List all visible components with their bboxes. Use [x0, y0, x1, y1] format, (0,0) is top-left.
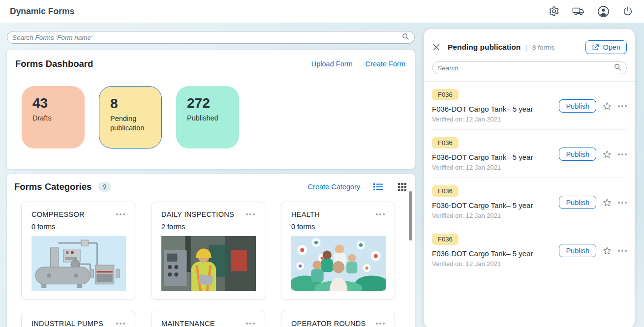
category-tile-health[interactable]: HEALTH 0 forms — [281, 202, 395, 300]
panel-search-input[interactable] — [437, 64, 614, 72]
publish-button[interactable]: Publish — [559, 244, 596, 257]
stat-label: Published — [187, 114, 232, 123]
create-category-link[interactable]: Create Category — [308, 183, 360, 191]
category-title: COMPRESSOR — [31, 210, 85, 218]
create-form-link[interactable]: Create Form — [366, 60, 405, 68]
close-panel-icon[interactable] — [432, 43, 441, 52]
open-button[interactable]: Open — [585, 40, 627, 54]
account-icon[interactable] — [597, 5, 610, 18]
grid-view-icon[interactable] — [397, 182, 407, 192]
category-tile-maintenance[interactable]: MAINTENANCE — [151, 311, 265, 327]
overflow-menu-icon[interactable] — [376, 321, 385, 327]
logout-power-icon[interactable] — [621, 5, 634, 18]
overflow-menu-icon[interactable] — [116, 321, 125, 327]
main-scrollbar-thumb[interactable] — [409, 191, 412, 240]
form-title: F036-DOT Cargo Tank– 5 year — [432, 201, 555, 209]
publish-button[interactable]: Publish — [559, 148, 596, 161]
category-tile-operator-rounds[interactable]: OPERATOR ROUNDS — [281, 311, 395, 327]
list-view-icon[interactable] — [373, 182, 384, 192]
global-search-input[interactable] — [12, 34, 402, 41]
category-form-count: 0 forms — [291, 223, 385, 231]
publish-button[interactable]: Publish — [559, 99, 596, 113]
category-title: INDUSTRIAL PUMPS — [31, 320, 103, 327]
categories-count-badge: 9 — [98, 182, 111, 192]
compressor-image — [31, 236, 126, 291]
overflow-menu-icon[interactable] — [618, 103, 627, 109]
form-code-badge: F036 — [432, 234, 459, 245]
app-title: Dynamic Forms — [10, 6, 74, 17]
publish-button[interactable]: Publish — [559, 196, 596, 209]
panel-title: Pending publication — [448, 43, 521, 52]
overflow-menu-icon[interactable] — [618, 151, 627, 157]
category-title: DAILY INSPECTIONS — [161, 210, 234, 218]
category-title: MAINTENANCE — [161, 320, 215, 327]
stat-tile-pending-publication[interactable]: 8 Pending publication — [99, 86, 162, 149]
search-icon[interactable] — [402, 33, 409, 42]
category-tile-compressor[interactable]: COMPRESSOR 0 forms — [21, 202, 135, 300]
stat-value: 43 — [32, 95, 78, 111]
app-header: Dynamic Forms — [0, 0, 644, 23]
category-tile-industrial-pumps[interactable]: INDUSTRIAL PUMPS — [21, 311, 135, 327]
category-form-count: 0 forms — [31, 223, 125, 231]
form-code-badge: F036 — [432, 137, 459, 149]
stat-tile-drafts[interactable]: 43 Drafts — [22, 86, 85, 149]
form-list-item: F036 F036-DOT Cargo Tank– 5 year Verifie… — [432, 82, 627, 130]
forms-dashboard-card: Forms Dashboard Upload Form Create Form … — [7, 50, 415, 169]
categories-grid: COMPRESSOR 0 forms — [21, 202, 410, 327]
pending-forms-list: F036 F036-DOT Cargo Tank– 5 year Verifie… — [432, 82, 627, 274]
overflow-menu-icon[interactable] — [618, 200, 627, 206]
favorite-star-icon[interactable] — [602, 149, 613, 160]
healthcare-illustration-image — [291, 236, 386, 291]
panel-title-separator: | — [525, 43, 527, 52]
favorite-star-icon[interactable] — [602, 101, 613, 112]
stat-label: Drafts — [32, 114, 78, 123]
page-background: Forms Dashboard Upload Form Create Form … — [0, 23, 644, 327]
overflow-menu-icon[interactable] — [246, 211, 255, 217]
settings-icon[interactable] — [548, 5, 560, 18]
stat-label: Pending publication — [110, 114, 154, 133]
favorite-star-icon[interactable] — [602, 197, 613, 208]
search-icon[interactable] — [614, 63, 621, 73]
inspector-photo-image — [161, 236, 256, 291]
form-verified-date: Verified on: 12 Jan 2021 — [432, 116, 555, 123]
form-verified-date: Verified on: 12 Jan 2021 — [432, 212, 555, 219]
open-external-icon — [592, 44, 599, 51]
form-verified-date: Verified on: 12 Jan 2021 — [432, 260, 555, 268]
pending-publication-panel: Pending publication | 8 forms Open — [424, 29, 635, 327]
panel-search — [432, 61, 627, 74]
form-list-item: F036 F036-DOT Cargo Tank– 5 year Verifie… — [432, 130, 627, 178]
header-actions — [548, 5, 634, 18]
form-title: F036-DOT Cargo Tank– 5 year — [432, 105, 555, 113]
stat-value: 272 — [187, 95, 232, 111]
stat-value: 8 — [110, 96, 154, 112]
form-list-item: F036 F036-DOT Cargo Tank– 5 year Verifie… — [432, 226, 627, 274]
overflow-menu-icon[interactable] — [618, 248, 627, 254]
overflow-menu-icon[interactable] — [246, 321, 255, 327]
panel-forms-count: 8 forms — [532, 44, 554, 51]
open-button-label: Open — [603, 43, 620, 51]
stats-row: 43 Drafts 8 Pending publication 272 Publ… — [22, 86, 406, 149]
upload-form-link[interactable]: Upload Form — [311, 60, 353, 68]
categories-title: Forms Categories — [14, 181, 92, 192]
form-code-badge: F036 — [432, 89, 459, 100]
form-title: F036-DOT Cargo Tank– 5 year — [432, 249, 555, 258]
category-form-count: 2 forms — [161, 223, 255, 231]
overflow-menu-icon[interactable] — [376, 211, 385, 217]
form-code-badge: F036 — [432, 185, 459, 197]
global-search — [7, 31, 415, 44]
form-list-item: F036 F036-DOT Cargo Tank– 5 year Verifie… — [432, 178, 627, 226]
main-column: Forms Dashboard Upload Form Create Form … — [7, 31, 415, 327]
overflow-menu-icon[interactable] — [116, 211, 125, 217]
dashboard-title: Forms Dashboard — [15, 59, 93, 69]
transport-truck-icon[interactable] — [572, 5, 585, 18]
form-verified-date: Verified on: 12 Jan 2021 — [432, 164, 555, 171]
stat-tile-published[interactable]: 272 Published — [176, 86, 239, 149]
form-title: F036-DOT Cargo Tank– 5 year — [432, 153, 555, 161]
category-title: HEALTH — [291, 210, 320, 218]
category-tile-daily-inspections[interactable]: DAILY INSPECTIONS 2 forms — [151, 202, 265, 300]
forms-categories-card: Forms Categories 9 Create Category — [7, 174, 415, 327]
category-title: OPERATOR ROUNDS — [291, 320, 366, 327]
favorite-star-icon[interactable] — [602, 245, 613, 256]
